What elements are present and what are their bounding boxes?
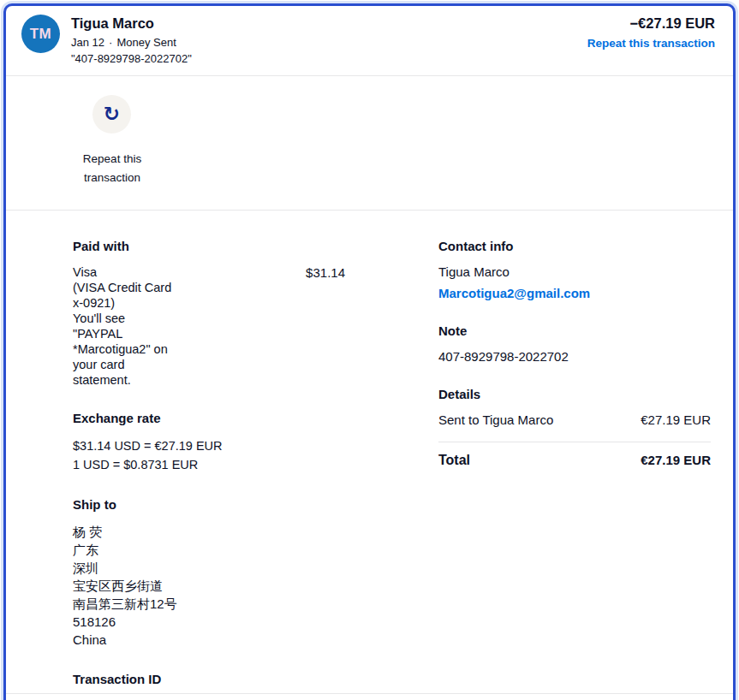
left-column: Paid with Visa (VISA Credit Card x-0921)… [73, 239, 345, 700]
contact-name: Tigua Marco [438, 264, 711, 279]
transaction-meta: Jan 12·Money Sent [71, 36, 192, 49]
total-row: Total €27.19 EUR [438, 453, 711, 468]
contact-info-section: Contact info Tigua Marco Marcotigua2@gma… [438, 239, 711, 300]
details-heading: Details [438, 387, 711, 401]
transaction-date: Jan 12 [71, 36, 104, 49]
transaction-type: Money Sent [116, 36, 176, 49]
repeat-transaction-button[interactable]: ↻ [92, 95, 131, 133]
total-value: €27.19 EUR [641, 453, 711, 467]
header-amount-block: −€27.19 EUR Repeat this transaction [587, 15, 715, 50]
transaction-detail-card: TM Tigua Marco Jan 12·Money Sent "407-89… [3, 3, 736, 700]
transaction-id-heading: Transaction ID [73, 672, 345, 686]
note-value: 407-8929798-2022702 [438, 349, 711, 364]
contact-info-heading: Contact info [438, 239, 711, 253]
repeat-transaction-link[interactable]: Repeat this transaction [587, 37, 715, 50]
transaction-id-section: Transaction ID 4FE43007L42228052 [73, 672, 345, 700]
repeat-transaction-button-label[interactable]: Repeat this transaction [48, 150, 176, 187]
details-divider [438, 442, 711, 442]
right-column: Contact info Tigua Marco Marcotigua2@gma… [438, 239, 711, 700]
exchange-rate-heading: Exchange rate [73, 411, 345, 425]
ship-to-section: Ship to 杨 荧 广东 深圳 宝安区西乡街道 南昌第三新村12号 5181… [73, 497, 345, 649]
payment-method: Visa (VISA Credit Card x-0921) You'll se… [73, 264, 210, 388]
footer-divider [6, 693, 733, 694]
paid-with-heading: Paid with [73, 239, 345, 253]
details-section: Details Sent to Tigua Marco €27.19 EUR T… [438, 387, 711, 468]
meta-separator: · [109, 36, 112, 49]
total-label: Total [438, 453, 470, 468]
exchange-rate-values: $31.14 USD = €27.19 EUR 1 USD = $0.8731 … [73, 436, 345, 474]
transaction-reference: "407-8929798-2022702" [71, 52, 192, 65]
actions-strip: ↻ Repeat this transaction [6, 76, 733, 211]
ship-to-heading: Ship to [73, 497, 345, 512]
contact-email-link[interactable]: Marcotigua2@gmail.com [438, 286, 711, 300]
transaction-amount: −€27.19 EUR [587, 15, 715, 32]
counterparty-name: Tigua Marco [71, 15, 192, 32]
payment-amount-usd: $31.14 [306, 264, 345, 280]
detail-row-value: €27.19 EUR [641, 412, 711, 427]
header-info: Tigua Marco Jan 12·Money Sent "407-89297… [71, 15, 192, 65]
detail-row: Sent to Tigua Marco €27.19 EUR [438, 412, 711, 427]
avatar: TM [21, 15, 60, 53]
note-heading: Note [438, 323, 711, 338]
note-section: Note 407-8929798-2022702 [438, 323, 711, 364]
shipping-address: 杨 荧 广东 深圳 宝安区西乡街道 南昌第三新村12号 518126 China [73, 523, 345, 649]
detail-row-label: Sent to Tigua Marco [438, 412, 553, 427]
refresh-icon: ↻ [104, 104, 120, 124]
paid-with-section: Paid with Visa (VISA Credit Card x-0921)… [73, 239, 345, 388]
exchange-rate-section: Exchange rate $31.14 USD = €27.19 EUR 1 … [73, 411, 345, 474]
transaction-body: Paid with Visa (VISA Credit Card x-0921)… [6, 211, 733, 700]
payment-method-row: Visa (VISA Credit Card x-0921) You'll se… [73, 264, 345, 388]
transaction-header: TM Tigua Marco Jan 12·Money Sent "407-89… [6, 6, 733, 76]
